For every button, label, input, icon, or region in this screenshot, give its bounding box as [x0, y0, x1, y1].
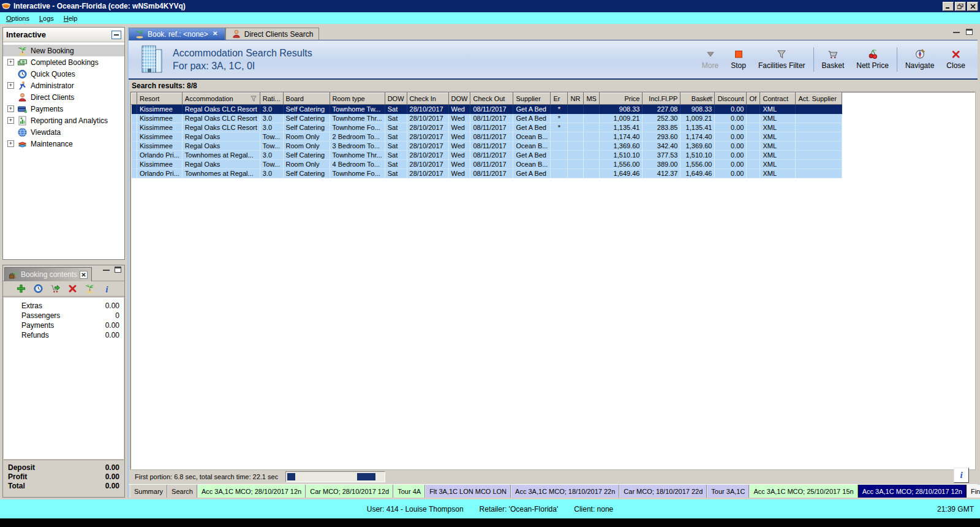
bottom-tab-acc-3a-1c-mco-28-10-2017-12n[interactable]: Acc 3A,1C MCO; 28/10/2017 12n — [197, 485, 306, 498]
sidebar-item-viewdata[interactable]: Viewdata — [3, 126, 124, 138]
bottom-tab-tour-3a-1c[interactable]: Tour 3A,1C — [707, 485, 749, 498]
booking-total-label: Total — [8, 482, 25, 491]
table-row[interactable]: KissimmeeRegal OaksTow...Room Only4 Bedr… — [132, 160, 842, 169]
bottom-tab-acc-3a-1c-mco-28-10-2017-12n[interactable]: Acc 3A,1C MCO; 28/10/2017 12n — [858, 485, 967, 498]
column-header-resort[interactable]: Resort — [137, 93, 183, 105]
restore-button[interactable] — [955, 2, 966, 11]
expand-toggle[interactable]: + — [7, 105, 14, 112]
info-icon[interactable]: i — [102, 284, 112, 294]
basket-button[interactable]: Basket — [816, 49, 851, 70]
nett-price-button[interactable]: Nett Price — [850, 49, 895, 70]
bottom-tab-acc-3a-1c-mco-25-10-2017-15n[interactable]: Acc 3A,1C MCO; 25/10/2017 15n — [749, 485, 858, 498]
main-maximize-icon[interactable] — [966, 29, 973, 35]
new-booking-icon[interactable] — [85, 284, 95, 294]
cell-dow: Sat — [385, 142, 407, 151]
panel-minimize-icon[interactable] — [103, 269, 110, 271]
panel-minimize-button[interactable] — [111, 31, 121, 39]
sidebar-item-direct-clients[interactable]: Direct Clients — [3, 91, 124, 103]
column-header-dow[interactable]: DOW — [385, 93, 407, 105]
bottom-tab-flt-3a-1c-lon-mco-lon[interactable]: Flt 3A,1C LON MCO LON — [425, 485, 511, 498]
table-row[interactable]: Orlando Pri...Townhomes at Regal...3.0Se… — [132, 169, 842, 178]
app-window: Interactive - Ocean-Florida (code: wNSmb… — [0, 0, 980, 527]
menu-item-options[interactable]: Options — [1, 13, 34, 23]
transfer-basket-icon[interactable] — [50, 284, 61, 294]
toolbar-button-label: More — [702, 61, 718, 70]
menu-item-help[interactable]: Help — [59, 13, 83, 23]
cell-rati: 3.0 — [260, 114, 283, 123]
column-header-act-supplier[interactable]: Act. Supplier — [796, 93, 842, 105]
delete-icon[interactable] — [67, 284, 78, 294]
table-row[interactable]: KissimmeeRegal OaksTow...Room Only2 Bedr… — [132, 132, 842, 142]
column-header-rati[interactable]: Rati... — [260, 93, 283, 105]
quick-quote-icon[interactable] — [33, 284, 43, 294]
column-header-board[interactable]: Board — [283, 93, 330, 105]
expand-toggle[interactable]: + — [7, 59, 14, 66]
info-button[interactable]: i — [954, 468, 969, 483]
expand-toggle[interactable]: + — [7, 117, 14, 124]
column-header-room-type[interactable]: Room type — [330, 93, 385, 105]
menu-item-logs[interactable]: Logs — [34, 13, 59, 23]
close-button[interactable] — [967, 2, 978, 11]
doc-tab-direct-clients-search[interactable]: Direct Clients Search — [225, 28, 320, 40]
sidebar-item-quick-quotes[interactable]: Quick Quotes — [3, 68, 124, 80]
column-header-dow[interactable]: DOW — [448, 93, 470, 105]
add-icon[interactable] — [16, 284, 26, 294]
sidebar-item-new-booking[interactable]: New Booking — [3, 45, 124, 56]
sidebar-item-maintenance[interactable]: +Maintenance — [3, 138, 124, 150]
sidebar-item-completed-bookings[interactable]: +Completed Bookings — [3, 56, 124, 68]
sidebar-item-label: Payments — [31, 105, 63, 113]
expand-toggle[interactable]: + — [7, 140, 14, 147]
cell-incl-fl-pp: 283.85 — [643, 123, 680, 132]
column-header-supplier[interactable]: Supplier — [513, 93, 551, 105]
facilities-filter-button[interactable]: Facilities Filter — [752, 49, 812, 70]
panel-maximize-icon[interactable] — [115, 267, 121, 273]
bottom-tab-tour-4a[interactable]: Tour 4A — [393, 485, 425, 498]
table-row[interactable]: KissimmeeRegal Oaks CLC Resort3.0Self Ca… — [132, 114, 842, 123]
column-header-ms[interactable]: MS — [584, 93, 600, 105]
bottom-tab-financial-summary[interactable]: Financial Summary — [967, 485, 980, 498]
column-header-basket[interactable]: Basket — [680, 93, 715, 105]
table-row[interactable]: KissimmeeRegal Oaks CLC Resort3.0Self Ca… — [132, 123, 842, 132]
close-button[interactable]: Close — [940, 49, 971, 70]
cell-discount: 0.00 — [715, 169, 747, 178]
bottom-tab-car-mco-28-10-2017-12d[interactable]: Car MCO; 28/10/2017 12d — [306, 485, 393, 498]
expand-toggle[interactable]: + — [7, 82, 14, 89]
main-minimize-icon[interactable] — [953, 31, 960, 33]
column-header-accommodation[interactable]: Accommodation — [182, 93, 260, 105]
column-header-contract[interactable]: Contract — [760, 93, 796, 105]
minimize-button[interactable] — [943, 2, 954, 11]
bottom-tab-car-mco-18-10-2017-22d[interactable]: Car MCO; 18/10/2017 22d — [619, 485, 707, 498]
booking-contents-tab[interactable]: Booking contents ✕ — [4, 267, 92, 281]
cell-incl-fl-pp: 342.40 — [643, 142, 680, 151]
booking-contents-close-icon[interactable]: ✕ — [80, 271, 88, 279]
column-header-of[interactable]: Of — [747, 93, 760, 105]
table-row[interactable]: KissimmeeRegal Oaks CLC Resort3.0Self Ca… — [132, 105, 842, 114]
bottom-tab-search[interactable]: Search — [167, 485, 197, 498]
bottom-tab-acc-3a-1c-mco-18-10-2017-22n[interactable]: Acc 3A,1C MCO; 18/10/2017 22n — [511, 485, 619, 498]
sidebar-item-payments[interactable]: +$Payments — [3, 103, 124, 115]
tab-close-icon[interactable]: ✕ — [211, 30, 219, 38]
stop-button[interactable]: Stop — [725, 49, 752, 70]
column-header-check-out[interactable]: Check Out — [470, 93, 513, 105]
sidebar-item-reporting-and-analytics[interactable]: +Reporting and Analytics — [3, 115, 124, 126]
cell-discount: 0.00 — [715, 105, 747, 114]
bottom-tab-summary[interactable]: Summary — [130, 485, 167, 498]
cell-discount: 0.00 — [715, 151, 747, 160]
table-row[interactable]: Orlando Pri...Townhomes at Regal...3.0Se… — [132, 151, 842, 160]
cell-contract: XML — [760, 132, 796, 142]
booking-total-value: 0.00 — [105, 482, 119, 491]
funnel-icon — [776, 49, 787, 59]
navigate-button[interactable]: Navigate — [899, 49, 940, 70]
column-header-discount[interactable]: Discount — [715, 93, 747, 105]
column-header-er[interactable]: Er — [551, 93, 568, 105]
doc-tab-book-ref-none[interactable]: Book. ref.: <none>✕ — [129, 28, 225, 40]
table-row[interactable]: KissimmeeRegal OaksTow...Room Only3 Bedr… — [132, 142, 842, 151]
column-filter-icon[interactable] — [250, 95, 257, 102]
column-header-check-in[interactable]: Check In — [407, 93, 448, 105]
sidebar-item-label: Maintenance — [31, 140, 73, 148]
sidebar-item-label: Reporting and Analytics — [31, 116, 108, 125]
column-header-incl-fl-pp[interactable]: Incl.Fl.PP — [643, 93, 680, 105]
column-header-nr[interactable]: NR — [568, 93, 584, 105]
sidebar-item-administrator[interactable]: +Administrator — [3, 80, 124, 91]
column-header-price[interactable]: Price — [600, 93, 643, 105]
